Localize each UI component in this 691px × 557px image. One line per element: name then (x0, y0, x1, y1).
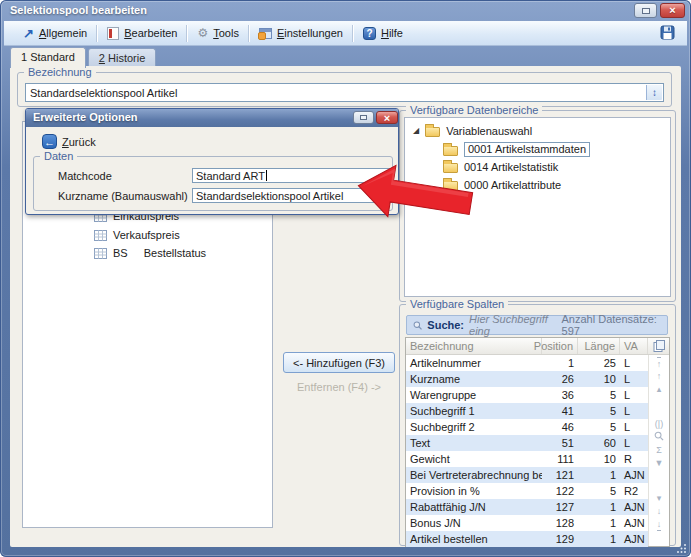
back-arrow-icon: ← (42, 134, 57, 149)
add-button[interactable]: <- Hinzufügen (F3) (283, 352, 395, 373)
cell-laenge: 60 (578, 437, 620, 449)
table-row[interactable]: Artikelnummer 1 25 L (406, 355, 648, 371)
back-button[interactable]: ← Zurück (36, 132, 102, 151)
search-label: Suche: (427, 319, 464, 331)
spalten-group: Verfügbare Spalten Suche: Hier Suchbegri… (399, 304, 676, 546)
tree-node-artikelattribute[interactable]: 0000 Artikelattribute (443, 178, 561, 191)
tab-standard[interactable]: 1 Standard (10, 47, 86, 68)
cell-name: Warengruppe (406, 389, 542, 401)
remove-button-disabled: Entfernen (F4) -> (283, 381, 395, 393)
copy-columns-icon[interactable] (653, 340, 666, 353)
cell-laenge: 10 (578, 373, 620, 385)
cell-position: 111 (542, 453, 578, 465)
tree-node-label-selected: 0001 Artikelstammdaten (464, 142, 590, 157)
table-row[interactable]: Bei Vertreterabrechnung berücksichtige 1… (406, 467, 648, 483)
cell-laenge: 1 (578, 501, 620, 513)
help-icon: ? (363, 27, 376, 40)
datenbereiche-tree[interactable]: ◢ Variablenauswahl 0001 Artikelstammdate… (404, 117, 671, 297)
cell-position: 36 (542, 389, 578, 401)
cell-name: Rabattfähig J/N (406, 501, 542, 513)
dialog-restore-button[interactable] (353, 111, 374, 124)
add-button-label: <- Hinzufügen (F3) (293, 357, 385, 369)
scroll-to-top-icon[interactable]: ↑ (657, 357, 662, 370)
expander-icon[interactable]: ◢ (413, 126, 419, 135)
table-row[interactable]: Text 51 60 L (406, 435, 648, 451)
cell-name: Suchbegriff 1 (406, 405, 542, 417)
matchcode-value: Standard ART (196, 170, 265, 182)
matchcode-label: Matchcode (58, 170, 112, 182)
dialog-title: Erweiterte Optionen (33, 111, 138, 123)
table-row[interactable]: Artikel bestellen 129 1 AJN (406, 531, 648, 547)
cell-va: L (620, 421, 648, 433)
group-icon[interactable]: (|) (655, 418, 663, 431)
cell-va: R2 (620, 485, 648, 497)
main-toolbar: ↗ Allgemein Bearbeiten ⚙ Tools Einstellu… (4, 21, 687, 46)
bezeichnung-input[interactable]: Standardselektionspool Artikel ↕ (25, 83, 664, 102)
row-up-icon[interactable]: ▴ (657, 383, 662, 396)
cell-name: Provision in % (406, 485, 542, 497)
erweiterte-optionen-dialog: Erweiterte Optionen × ← Zurück Daten Mat… (25, 108, 399, 215)
bezeichnung-dropdown-button[interactable]: ↕ (646, 85, 662, 100)
table-row[interactable]: Suchbegriff 1 41 5 L (406, 403, 648, 419)
cell-position: 127 (542, 501, 578, 513)
app-root: Selektionspool bearbeiten × ↗ Allgemein … (0, 0, 691, 557)
cell-name: Text (406, 437, 542, 449)
restore-button[interactable] (634, 3, 657, 18)
table-row[interactable]: Gewicht 111 10 R (406, 451, 648, 467)
toolbar-item-tools[interactable]: ⚙ Tools (188, 21, 247, 45)
tree-node-variablenauswahl[interactable]: ◢ Variablenauswahl (413, 124, 532, 137)
cell-va: AJN (620, 501, 648, 513)
cell-name: Bonus J/N (406, 517, 542, 529)
table-search-icon[interactable] (654, 431, 664, 444)
kurzname-input[interactable]: Standardselektionspool Artikel (192, 188, 392, 203)
table-row[interactable]: Suchbegriff 2 46 5 L (406, 419, 648, 435)
toolbar-item-hilfe[interactable]: ? Hilfe (354, 21, 412, 45)
cell-name: Kurzname (406, 373, 542, 385)
list-item[interactable]: BS Bestellstatus (94, 247, 206, 259)
cell-laenge: 5 (578, 405, 620, 417)
toolbar-item-bearbeiten[interactable]: Bearbeiten (98, 21, 186, 45)
column-header-position[interactable]: Position (542, 338, 578, 354)
list-item[interactable]: Verkaufspreis (94, 229, 180, 241)
scroll-up-icon[interactable]: ↑ (657, 370, 662, 383)
toolbar-label: Tools (213, 27, 239, 39)
remove-button-label: Entfernen (F4) -> (297, 381, 381, 393)
resize-grip[interactable] (677, 543, 687, 553)
column-header-laenge[interactable]: Länge (578, 338, 620, 354)
table-column-icon (94, 230, 107, 241)
cell-va: L (620, 357, 648, 369)
scroll-down-icon[interactable]: ↓ (657, 505, 662, 518)
row-down-icon[interactable]: ▾ (657, 492, 662, 505)
table-nav-strip: ↑ ↑ ▴ (|) Σ ▼ ▾ ↓ ↓ (648, 355, 669, 546)
table-row[interactable]: Rabattfähig J/N 127 1 AJN (406, 499, 648, 515)
table-row[interactable]: Bonus J/N 128 1 AJN (406, 515, 648, 531)
tab-historie[interactable]: 2 Historie (88, 48, 156, 68)
scroll-to-bottom-icon[interactable]: ↓ (657, 518, 662, 531)
column-header-bezeichnung[interactable]: Bezeichnung (406, 338, 542, 354)
daten-group: Daten Matchcode Standard ART Kurzname (B… (33, 156, 393, 211)
tree-node-artikelstatistik[interactable]: 0014 Artikelstatistik (443, 160, 558, 173)
tree-node-label: 0014 Artikelstatistik (464, 161, 558, 173)
tree-node-artikelstammdaten[interactable]: 0001 Artikelstammdaten (443, 142, 590, 157)
close-button[interactable]: × (660, 3, 685, 18)
table-row[interactable]: Warengruppe 36 5 L (406, 387, 648, 403)
save-button[interactable] (660, 25, 675, 42)
cell-name: Bei Vertreterabrechnung berücksichtige (406, 469, 542, 481)
folder-icon (443, 163, 458, 173)
column-header-va[interactable]: VA (620, 338, 648, 354)
filter-icon[interactable]: ▼ (655, 457, 664, 470)
record-count: Anzahl Datensätze: 597 (562, 313, 661, 337)
cell-va: L (620, 437, 648, 449)
toolbar-item-einstellungen[interactable]: Einstellungen (250, 21, 352, 45)
table-row[interactable]: Kurzname 26 10 L (406, 371, 648, 387)
cell-position: 129 (542, 533, 578, 545)
search-placeholder: Hier Suchbegriff eing (469, 313, 556, 337)
table-row[interactable]: Provision in % 122 5 R2 (406, 483, 648, 499)
dialog-close-button[interactable]: × (376, 111, 398, 124)
cell-name: Artikelnummer (406, 357, 542, 369)
search-bar[interactable]: Suche: Hier Suchbegriff eing Anzahl Date… (406, 315, 668, 335)
matchcode-input[interactable]: Standard ART (192, 168, 392, 183)
toolbar-item-allgemein[interactable]: ↗ Allgemein (14, 21, 96, 45)
folder-open-icon (443, 146, 458, 156)
sum-icon[interactable]: Σ (656, 444, 662, 457)
